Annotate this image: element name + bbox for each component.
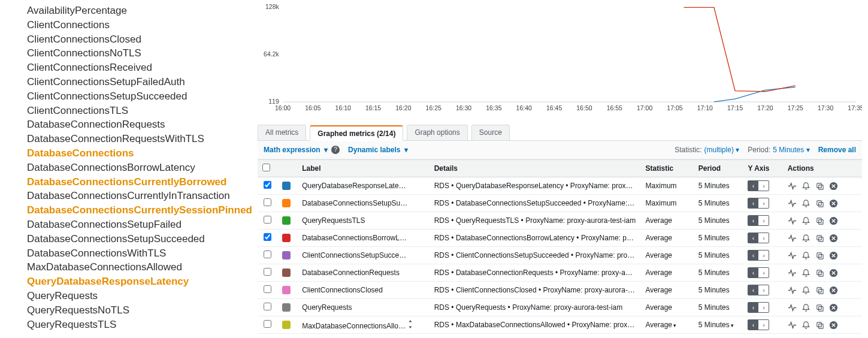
yaxis-right-button[interactable]: ›	[758, 180, 769, 191]
metric-list-item[interactable]: MaxDatabaseConnectionsAllowed	[27, 260, 258, 274]
pulse-icon[interactable]	[788, 199, 797, 208]
row-checkbox[interactable]	[264, 198, 271, 206]
row-period[interactable]: 5 Minutes	[694, 299, 743, 316]
yaxis-toggle[interactable]: ‹›	[748, 285, 769, 295]
pulse-icon[interactable]	[788, 321, 797, 330]
remove-all-link[interactable]: Remove all	[818, 146, 856, 154]
yaxis-right-button[interactable]: ›	[758, 215, 769, 226]
bell-icon[interactable]	[802, 268, 810, 277]
tab-graph-options[interactable]: Graph options	[407, 125, 467, 140]
metric-list-item[interactable]: AvailabilityPercentage	[27, 4, 258, 18]
yaxis-toggle[interactable]: ‹›	[748, 250, 769, 261]
period-dropdown[interactable]: 5 Minutes ▾	[773, 146, 809, 154]
remove-icon[interactable]	[829, 321, 838, 330]
sort-updown-icon[interactable]	[408, 320, 413, 330]
bell-icon[interactable]	[802, 251, 810, 260]
color-swatch[interactable]	[282, 268, 291, 277]
help-icon[interactable]: ?	[331, 146, 340, 154]
statistic-dropdown[interactable]: (multiple) ▾	[704, 146, 740, 154]
yaxis-left-button[interactable]: ‹	[748, 198, 758, 209]
bell-icon[interactable]	[802, 286, 810, 295]
metric-list-item[interactable]: DatabaseConnections	[27, 146, 258, 161]
yaxis-left-button[interactable]: ‹	[748, 215, 758, 226]
copy-icon[interactable]	[815, 321, 824, 330]
col-header-statistic[interactable]: Statistic	[641, 160, 694, 177]
col-header-label[interactable]: Label	[297, 160, 430, 177]
color-swatch[interactable]	[282, 199, 291, 207]
row-checkbox[interactable]	[264, 285, 271, 293]
yaxis-left-button[interactable]: ‹	[748, 250, 758, 261]
metric-list-item[interactable]: DatabaseConnectionsBorrowLatency	[27, 161, 258, 175]
pulse-icon[interactable]	[788, 251, 797, 260]
metric-list-item[interactable]: QueryRequestsNoTLS	[27, 303, 258, 318]
row-statistic[interactable]: Average	[641, 212, 694, 230]
bell-icon[interactable]	[802, 303, 810, 312]
yaxis-toggle[interactable]: ‹›	[748, 319, 769, 330]
yaxis-right-button[interactable]: ›	[758, 233, 769, 243]
bell-icon[interactable]	[802, 321, 810, 330]
tab-source[interactable]: Source	[471, 125, 510, 140]
bell-icon[interactable]	[802, 199, 810, 208]
remove-icon[interactable]	[829, 182, 838, 191]
row-checkbox[interactable]	[264, 181, 271, 189]
remove-icon[interactable]	[829, 268, 838, 277]
yaxis-left-button[interactable]: ‹	[748, 319, 758, 330]
row-statistic[interactable]: Average	[641, 247, 694, 264]
row-label[interactable]: DatabaseConnectionsBorrowL…	[297, 230, 430, 247]
metric-list-item[interactable]: ClientConnectionsReceived	[27, 61, 258, 75]
remove-icon[interactable]	[829, 303, 838, 312]
yaxis-right-button[interactable]: ›	[758, 302, 769, 313]
row-statistic[interactable]: Average	[641, 299, 694, 316]
metric-list-item[interactable]: ClientConnectionsNoTLS	[27, 46, 258, 61]
row-statistic[interactable]: Maximum	[641, 177, 694, 195]
yaxis-toggle[interactable]: ‹›	[748, 267, 769, 278]
yaxis-toggle[interactable]: ‹›	[748, 198, 769, 209]
metric-list-item[interactable]: ClientConnectionsSetupSucceeded	[27, 89, 258, 104]
row-checkbox[interactable]	[264, 216, 271, 224]
yaxis-toggle[interactable]: ‹›	[748, 215, 769, 226]
row-period[interactable]: 5 Minutes	[694, 230, 743, 247]
color-swatch[interactable]	[282, 286, 291, 294]
color-swatch[interactable]	[282, 234, 291, 242]
remove-icon[interactable]	[829, 286, 838, 295]
remove-icon[interactable]	[829, 251, 838, 260]
metric-list-item[interactable]: DatabaseConnectionsSetupSucceeded	[27, 232, 258, 246]
metric-list-item[interactable]: ClientConnectionsSetupFailedAuth	[27, 75, 258, 89]
copy-icon[interactable]	[815, 251, 824, 260]
color-swatch[interactable]	[282, 251, 291, 259]
row-statistic[interactable]: Average	[641, 282, 694, 299]
metric-list-item[interactable]: DatabaseConnectionsSetupFailed	[27, 218, 258, 232]
row-label[interactable]: QueryRequests	[297, 299, 430, 316]
color-swatch[interactable]	[282, 321, 291, 329]
yaxis-toggle[interactable]: ‹›	[748, 302, 769, 313]
row-period[interactable]: 5 Minutes	[694, 264, 743, 282]
row-label[interactable]: ClientConnectionsClosed	[297, 282, 430, 299]
metric-list-item[interactable]: QueryRequestsTLS	[27, 318, 258, 332]
metric-list-item[interactable]: DatabaseConnectionsCurrentlyBorrowed	[27, 175, 258, 189]
row-label[interactable]: QueryRequestsTLS	[297, 212, 430, 230]
metric-list-item[interactable]: DatabaseConnectionRequests	[27, 117, 258, 132]
row-statistic[interactable]: Maximum	[641, 195, 694, 212]
row-period[interactable]: 5 Minutes	[694, 212, 743, 230]
copy-icon[interactable]	[815, 216, 824, 225]
pulse-icon[interactable]	[788, 182, 797, 191]
yaxis-right-button[interactable]: ›	[758, 319, 769, 330]
row-label[interactable]: DatabaseConnectionsSetupSu…	[297, 195, 430, 212]
math-expression-link[interactable]: Math expression ▾	[264, 146, 328, 154]
row-label[interactable]: MaxDatabaseConnectionsAllo…	[297, 316, 430, 334]
yaxis-right-button[interactable]: ›	[758, 285, 769, 295]
bell-icon[interactable]	[802, 216, 810, 225]
row-statistic[interactable]: Average▾	[641, 316, 694, 334]
remove-icon[interactable]	[829, 216, 838, 225]
row-statistic[interactable]: Average	[641, 264, 694, 282]
col-header-details[interactable]: Details	[430, 160, 641, 177]
tab-all-metrics[interactable]: All metrics	[258, 125, 306, 140]
color-swatch[interactable]	[282, 303, 291, 312]
row-checkbox[interactable]	[264, 320, 271, 328]
row-label[interactable]: DatabaseConnectionRequests	[297, 264, 430, 282]
remove-icon[interactable]	[829, 234, 838, 243]
copy-icon[interactable]	[815, 199, 824, 208]
yaxis-left-button[interactable]: ‹	[748, 233, 758, 243]
copy-icon[interactable]	[815, 286, 824, 295]
row-period[interactable]: 5 Minutes	[694, 177, 743, 195]
